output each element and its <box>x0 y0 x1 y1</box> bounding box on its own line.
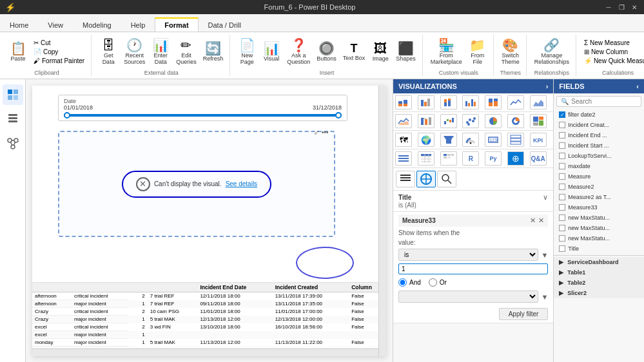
field-item-measure2-as-t[interactable]: Measure2 as T... <box>554 192 644 202</box>
expand-icon[interactable]: ⤢ <box>314 129 319 136</box>
condition-dropdown[interactable]: is is not is less than is greater than <box>398 249 538 261</box>
tab-help[interactable]: Help <box>121 18 155 32</box>
enter-data-button[interactable]: 📊 EnterData <box>149 37 172 66</box>
viz-icon-100pct[interactable] <box>485 95 502 110</box>
viz-icon-line[interactable] <box>507 95 524 110</box>
field-item-new-maxstatu2[interactable]: new MaxStatu... <box>554 223 644 233</box>
field-item-incident-start[interactable]: Incident Start ... <box>554 140 644 151</box>
field-item-incident-creat[interactable]: Incident Creat... <box>554 120 644 130</box>
field-item-measure2[interactable]: Measure2 <box>554 182 644 192</box>
viz-icon-stacked-col[interactable] <box>440 95 457 110</box>
date-slider[interactable] <box>64 113 342 118</box>
new-measure-button[interactable]: Σ New Measure <box>581 39 644 47</box>
tab-view[interactable]: View <box>38 18 73 32</box>
restore-button[interactable]: ❐ <box>617 3 626 12</box>
viz-icon-card[interactable]: 123 <box>485 133 502 147</box>
from-file-button[interactable]: 📁 FromFile <box>466 37 489 66</box>
text-box-button[interactable]: T Text Box <box>340 41 368 62</box>
ask-question-button[interactable]: ❓ Ask aQuestion <box>284 37 313 66</box>
field-item-maxdate[interactable]: maxdate <box>554 161 644 171</box>
new-quick-measure-button[interactable]: ⚡ New Quick Measure <box>581 57 644 65</box>
and-radio[interactable] <box>398 278 407 287</box>
edit-queries-button[interactable]: ✏ EditQueries <box>173 37 199 66</box>
field-section-table2[interactable]: ▶ Table2 <box>554 278 644 288</box>
viz-icon-pie[interactable] <box>485 114 502 128</box>
viz-icon-multi-row-card[interactable] <box>507 133 524 147</box>
slider-handle-right[interactable] <box>335 112 342 119</box>
viz-icon-area[interactable] <box>530 95 547 110</box>
tab-format[interactable]: Format <box>155 17 198 32</box>
sub-tab-fields[interactable] <box>396 171 415 187</box>
fields-search-input[interactable] <box>571 98 637 105</box>
tab-data-drill[interactable]: Data / Drill <box>199 18 251 32</box>
switch-theme-button[interactable]: 🎨 SwitchTheme <box>499 37 522 66</box>
field-item-incident-end[interactable]: Incident End ... <box>554 130 644 140</box>
second-condition-dropdown[interactable]: is is not <box>398 291 538 303</box>
apply-filter-button[interactable]: Apply filter <box>499 308 549 320</box>
viz-icon-python[interactable]: Py <box>485 151 502 166</box>
viz-icon-gauge[interactable] <box>462 133 479 147</box>
or-radio[interactable] <box>429 278 437 287</box>
get-data-button[interactable]: 🗄 GetData <box>97 37 120 66</box>
viz-icon-clustered-bar[interactable] <box>418 95 434 110</box>
viz-icon-scatter[interactable] <box>462 114 479 128</box>
field-section-servicedashboard[interactable]: ▶ ServiceDashboard <box>554 257 644 267</box>
field-item-measure33[interactable]: Measure33 <box>554 202 644 213</box>
field-item-measure[interactable]: Measure <box>554 171 644 182</box>
manage-relationships-button[interactable]: 🔗 ManageRelationships <box>532 37 572 66</box>
filter-badge-clear[interactable]: ✕ <box>530 216 536 225</box>
viz-icon-donut[interactable] <box>507 114 524 128</box>
buttons-button[interactable]: 🔘 Buttons <box>314 41 339 63</box>
nav-model-icon[interactable] <box>3 133 23 154</box>
slider-handle-left[interactable] <box>64 112 70 119</box>
close-button[interactable]: ✕ <box>630 3 639 12</box>
viz-icon-r-script[interactable]: R <box>462 151 479 166</box>
more-options-icon[interactable]: ••• <box>322 129 329 136</box>
viz-icon-matrix[interactable] <box>440 151 457 166</box>
marketplace-button[interactable]: 🏪 FromMarketplace <box>428 37 465 66</box>
field-item-filter-date2[interactable]: ✓ filter date2 <box>554 110 644 120</box>
viz-panel-collapse[interactable]: › <box>546 82 549 90</box>
new-column-button[interactable]: ⊞ New Column <box>581 48 644 56</box>
viz-icon-line-stacked[interactable] <box>395 114 412 128</box>
field-section-slicer2[interactable]: ▶ Slicer2 <box>554 288 644 298</box>
or-radio-label[interactable]: Or <box>429 278 447 287</box>
and-radio-label[interactable]: And <box>398 278 421 287</box>
field-item-title[interactable]: Title <box>554 243 644 254</box>
viz-icon-clustered-col[interactable] <box>462 95 479 110</box>
sub-tab-analytics[interactable] <box>437 171 456 187</box>
fields-collapse-icon[interactable]: ‹ <box>636 82 639 90</box>
field-section-table1[interactable]: ▶ Table1 <box>554 267 644 278</box>
nav-data-icon[interactable] <box>3 109 23 129</box>
viz-icon-kpi[interactable]: KPI <box>530 133 547 147</box>
cut-button[interactable]: ✂ Cut <box>31 39 87 47</box>
canvas-scrollbar[interactable] <box>378 86 386 356</box>
field-item-new-maxstatu3[interactable]: new MaxStatu... <box>554 233 644 243</box>
viz-icon-stacked-bar[interactable] <box>395 95 412 110</box>
paste-button[interactable]: 📋 Paste <box>6 41 30 63</box>
see-details-link[interactable]: See details <box>226 180 257 187</box>
recent-sources-button[interactable]: 🕐 RecentSources <box>121 37 148 66</box>
condition-dropdown-arrow[interactable]: ▼ <box>541 251 548 259</box>
viz-icon-map[interactable]: 🗺 <box>395 133 412 147</box>
image-button[interactable]: 🖼 Image <box>369 41 392 63</box>
viz-icon-treemap[interactable] <box>530 114 547 128</box>
sub-tab-format[interactable] <box>416 171 436 187</box>
title-collapse-icon[interactable]: ∨ <box>543 193 548 202</box>
viz-icon-ribbon[interactable] <box>418 114 434 128</box>
filter-badge-close[interactable]: ✕ <box>538 216 544 225</box>
format-painter-button[interactable]: 🖌 Format Painter <box>31 57 87 65</box>
minimize-button[interactable]: ─ <box>604 3 613 12</box>
field-item-new-maxstatu1[interactable]: new MaxStatu... <box>554 213 644 223</box>
viz-icon-waterfall[interactable] <box>440 114 457 128</box>
canvas-hscrollbar[interactable] <box>32 348 378 356</box>
second-condition-arrow[interactable]: ▼ <box>541 293 548 301</box>
viz-icon-filled-map[interactable]: 🌍 <box>418 133 434 147</box>
tab-home[interactable]: Home <box>0 18 38 32</box>
visual-button[interactable]: 📊 Visual <box>260 41 283 63</box>
new-page-button[interactable]: 📄 NewPage <box>235 37 259 66</box>
refresh-button[interactable]: 🔄 Refresh <box>200 41 226 63</box>
viz-icon-custom-visual[interactable]: ⊕ <box>507 151 524 166</box>
shapes-button[interactable]: ⬛ Shapes <box>393 41 418 63</box>
viz-icon-funnel[interactable] <box>440 133 457 147</box>
